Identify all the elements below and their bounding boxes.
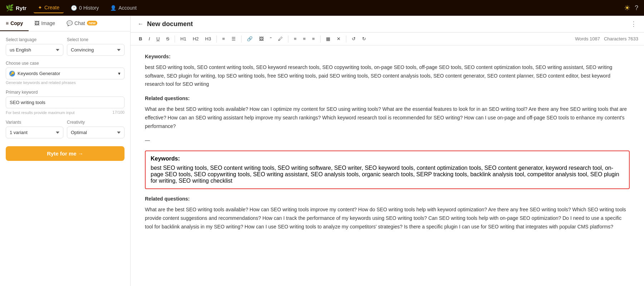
image-tab-label: Image — [41, 20, 55, 26]
undo-button[interactable]: ↺ — [349, 35, 358, 43]
related-label-1: Related questions: — [145, 94, 630, 103]
align-left-button[interactable]: ≡ — [291, 35, 299, 43]
use-case-select[interactable]: Keywords Generator ▾ — [6, 68, 125, 79]
quote-button[interactable]: " — [268, 35, 274, 43]
redo-button[interactable]: ↻ — [360, 35, 369, 43]
toolbar-sep-3 — [241, 35, 241, 43]
language-select[interactable]: us English — [6, 44, 63, 56]
chars-label: Characters — [604, 36, 627, 41]
h2-button[interactable]: H2 — [190, 35, 201, 43]
more-options-icon[interactable]: ⋮ — [630, 20, 637, 28]
h3-button[interactable]: H3 — [203, 35, 214, 43]
sidebar: ≡ Copy 🖼 Image 💬 Chat new Select languag… — [0, 16, 131, 286]
nav-account-label: Account — [118, 5, 137, 11]
keywords-label-1: Keywords: — [145, 53, 630, 61]
top-navigation: 🌿 Rytr ✦ Create 🕐 0 History 👤 Account ☀ … — [0, 0, 644, 16]
strikethrough-button[interactable]: S — [164, 35, 172, 43]
use-case-wrapper: 🔑 Keywords Generator ▾ — [6, 68, 125, 79]
underline-button[interactable]: U — [154, 35, 162, 43]
variants-creativity-row: Variants 1 variant Creativity Optimal — [6, 120, 125, 143]
keywords-section-2-highlighted: Keywords: best SEO writing tools, SEO co… — [145, 151, 630, 189]
creativity-label: Creativity — [67, 120, 125, 125]
nav-history-label: 0 History — [79, 5, 99, 11]
toolbar-sep-1 — [175, 35, 175, 43]
clear-format-button[interactable]: ✕ — [334, 35, 343, 43]
related-label-2: Related questions: — [145, 195, 630, 203]
logo[interactable]: 🌿 Rytr — [6, 4, 26, 12]
nav-create[interactable]: ✦ Create — [34, 3, 64, 13]
tab-chat[interactable]: 💬 Chat new — [61, 16, 103, 31]
copy-tab-icon: ≡ — [6, 20, 9, 26]
divider-section: — — [145, 136, 630, 145]
use-case-value: Keywords Generator — [18, 71, 60, 76]
use-case-label: Choose use case — [6, 61, 125, 66]
image-button[interactable]: 🖼 — [257, 35, 266, 43]
link-button[interactable]: 🔗 — [244, 35, 255, 43]
generate-button[interactable]: Ryte for me → — [6, 146, 125, 161]
theme-toggle-icon[interactable]: ☀ — [624, 4, 630, 12]
table-button[interactable]: ▦ — [323, 35, 333, 43]
em-dash: — — [145, 137, 150, 143]
bullet-list-button[interactable]: ≡ — [220, 35, 228, 43]
image-tab-icon: 🖼 — [34, 20, 39, 26]
related-text-1: What are the best SEO writing tools avai… — [145, 105, 630, 130]
back-button[interactable]: ← — [138, 21, 143, 27]
main-layout: ≡ Copy 🖼 Image 💬 Chat new Select languag… — [0, 16, 644, 286]
use-case-icon: 🔑 — [9, 71, 15, 77]
lang-tone-row: Select language us English Select tone C… — [6, 37, 125, 61]
chat-tab-icon: 💬 — [67, 20, 73, 26]
tone-select[interactable]: Convincing — [67, 44, 125, 56]
related-section-2: Related questions: What are the best SEO… — [145, 195, 630, 231]
highlight-button[interactable]: 🖊 — [275, 35, 285, 43]
document-title: New document — [147, 20, 627, 28]
content-area: ← New document ⋮ B I U S H1 H2 H3 ≡ ☰ 🔗 … — [131, 16, 644, 286]
nav-right-actions: ☀ ? — [624, 4, 638, 12]
italic-button[interactable]: I — [146, 35, 152, 43]
logo-text: Rytr — [16, 5, 26, 11]
help-icon[interactable]: ? — [635, 4, 638, 12]
related-text-2: What are the best SEO writing tools avai… — [145, 206, 630, 231]
creativity-select[interactable]: Optimal — [67, 127, 125, 138]
document-header: ← New document ⋮ — [131, 16, 644, 33]
document-body[interactable]: Keywords: best SEO writing tools, SEO co… — [131, 45, 644, 286]
keyword-group: Primary keyword For best results provide… — [6, 90, 125, 115]
ordered-list-button[interactable]: ☰ — [229, 35, 238, 43]
language-label: Select language — [6, 37, 63, 42]
copy-tab-label: Copy — [10, 20, 23, 26]
variants-select[interactable]: 1 variant — [6, 127, 63, 138]
create-icon: ✦ — [38, 5, 42, 10]
tone-group: Select tone Convincing — [67, 37, 125, 56]
chat-badge: new — [87, 21, 97, 25]
chars-count: 7633 — [628, 36, 638, 41]
h1-button[interactable]: H1 — [178, 35, 189, 43]
keyword-count: 17/100 — [112, 110, 125, 114]
language-group: Select language us English — [6, 37, 63, 56]
editor-toolbar: B I U S H1 H2 H3 ≡ ☰ 🔗 🖼 " 🖊 ≡ ≡ ≡ ▦ ✕ ↺ — [131, 33, 644, 45]
toolbar-sep-5 — [320, 35, 321, 43]
keyword-header-row: Primary keyword — [6, 90, 125, 97]
keywords-section-1: Keywords: best SEO writing tools, SEO co… — [145, 53, 630, 89]
history-icon: 🕐 — [71, 5, 77, 11]
tab-image[interactable]: 🖼 Image — [29, 16, 61, 31]
align-right-button[interactable]: ≡ — [309, 35, 317, 43]
variants-label: Variants — [6, 120, 63, 125]
related-section-1: Related questions: What are the best SEO… — [145, 94, 630, 130]
creativity-group: Creativity Optimal — [67, 120, 125, 138]
nav-account[interactable]: 👤 Account — [106, 3, 141, 13]
word-count-display: Words 1087 Characters 7633 — [575, 36, 638, 41]
account-icon: 👤 — [110, 5, 116, 11]
align-center-button[interactable]: ≡ — [301, 35, 308, 43]
nav-create-label: Create — [44, 5, 59, 10]
use-case-group: Choose use case 🔑 Keywords Generator ▾ G… — [6, 61, 125, 85]
nav-history[interactable]: 🕐 0 History — [67, 3, 103, 13]
chevron-down-icon: ▾ — [118, 71, 121, 76]
keywords-text-1: best SEO writing tools, SEO content writ… — [145, 63, 630, 89]
tone-label: Select tone — [67, 37, 125, 42]
keyword-input[interactable] — [6, 97, 125, 108]
bold-button[interactable]: B — [136, 35, 145, 43]
words-count: 1087 — [590, 36, 600, 41]
tab-copy[interactable]: ≡ Copy — [0, 16, 29, 31]
words-label: Words — [575, 36, 588, 41]
toolbar-sep-4 — [288, 35, 288, 43]
chat-tab-label: Chat — [74, 20, 85, 26]
